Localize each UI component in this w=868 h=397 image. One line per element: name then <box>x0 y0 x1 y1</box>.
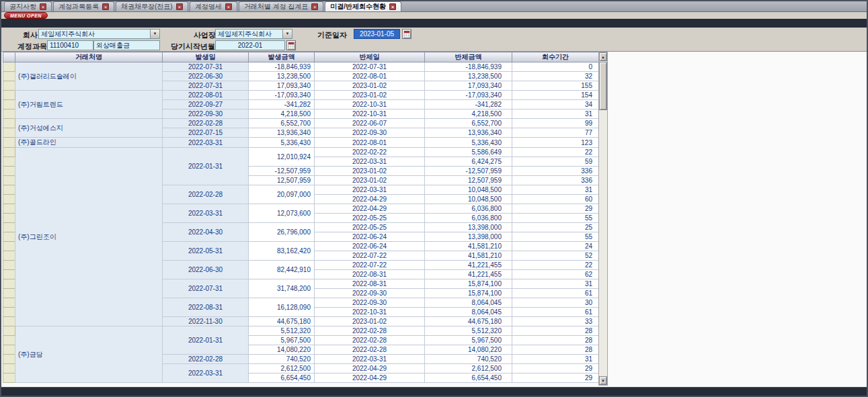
account-code-input[interactable]: 11100410 <box>47 40 93 50</box>
cell-settle-date[interactable]: 2022-08-01 <box>315 138 425 148</box>
cell-customer[interactable]: (주)갤러리드슬레이 <box>15 62 163 91</box>
cell-issue-amount[interactable]: -12,507,959 <box>249 167 315 176</box>
cell-settle-date[interactable]: 2022-10-31 <box>315 100 425 109</box>
cell-settle-amount[interactable]: 41,581,210 <box>425 251 512 261</box>
cell-issue-date[interactable]: 2022-06-30 <box>163 72 249 81</box>
cell-issue-date[interactable]: 2022-04-30 <box>163 223 249 242</box>
cell-issue-amount[interactable]: 13,936,340 <box>249 128 315 138</box>
row-selector[interactable] <box>3 100 15 109</box>
cell-settle-date[interactable]: 2022-02-28 <box>315 336 425 345</box>
cell-issue-amount[interactable]: 5,336,430 <box>249 138 315 148</box>
cell-settle-date[interactable]: 2023-01-02 <box>315 167 425 176</box>
cell-collection-period[interactable]: 154 <box>512 91 599 100</box>
cell-collection-period[interactable]: 55 <box>512 232 599 242</box>
cell-customer[interactable]: (주)금담 <box>15 326 163 383</box>
cell-settle-amount[interactable]: 41,221,455 <box>425 270 512 279</box>
cell-issue-amount[interactable]: -341,282 <box>249 100 315 109</box>
row-selector[interactable] <box>3 223 15 232</box>
cell-collection-period[interactable]: 29 <box>512 204 599 214</box>
cell-issue-date[interactable]: 2022-03-31 <box>163 204 249 223</box>
row-selector[interactable] <box>3 204 15 214</box>
cell-collection-period[interactable]: 0 <box>512 62 599 72</box>
cell-collection-period[interactable]: 28 <box>512 326 599 336</box>
cell-settle-date[interactable]: 2022-06-07 <box>315 119 425 128</box>
cell-issue-amount[interactable]: 6,654,450 <box>249 373 315 383</box>
cell-settle-date[interactable]: 2022-09-30 <box>315 298 425 308</box>
cell-collection-period[interactable]: 59 <box>512 157 599 167</box>
row-selector[interactable] <box>3 148 15 157</box>
cell-settle-date[interactable]: 2022-08-31 <box>315 279 425 289</box>
tab-계정과목등록[interactable]: 계정과목등록× <box>53 1 114 11</box>
cell-customer[interactable]: (주)골드라인 <box>15 138 163 148</box>
cell-issue-amount[interactable]: 2,612,500 <box>249 364 315 373</box>
cell-customer[interactable]: (주)거림트렌드 <box>15 91 163 119</box>
row-selector[interactable] <box>3 308 15 317</box>
cell-settle-date[interactable]: 2023-01-02 <box>315 176 425 185</box>
row-selector[interactable] <box>3 289 15 298</box>
cell-settle-date[interactable]: 2022-03-31 <box>315 355 425 364</box>
cell-issue-date[interactable]: 2022-02-28 <box>163 185 249 204</box>
cell-settle-amount[interactable]: 6,036,800 <box>425 204 512 214</box>
cell-settle-amount[interactable]: 17,093,340 <box>425 81 512 91</box>
cell-settle-amount[interactable]: 14,080,220 <box>425 345 512 355</box>
cell-settle-date[interactable]: 2022-02-28 <box>315 345 425 355</box>
row-selector[interactable] <box>3 261 15 270</box>
cell-settle-date[interactable]: 2022-08-01 <box>315 72 425 81</box>
cell-customer[interactable]: (주)그린조이 <box>15 148 163 326</box>
account-name-field[interactable]: 외상매출금 <box>93 40 160 50</box>
cell-settle-amount[interactable]: -17,093,340 <box>425 91 512 100</box>
row-selector[interactable] <box>3 373 15 383</box>
column-header[interactable]: 발생금액 <box>249 52 315 62</box>
cell-settle-amount[interactable]: -12,507,959 <box>425 167 512 176</box>
cell-issue-amount[interactable]: 31,748,200 <box>249 279 315 298</box>
cell-issue-amount[interactable]: 740,520 <box>249 355 315 364</box>
cell-settle-amount[interactable]: 4,218,500 <box>425 109 512 119</box>
calendar-icon[interactable] <box>286 40 296 50</box>
cell-settle-amount[interactable]: 740,520 <box>425 355 512 364</box>
cell-settle-amount[interactable]: 5,512,320 <box>425 326 512 336</box>
cell-collection-period[interactable]: 123 <box>512 138 599 148</box>
cell-collection-period[interactable]: 77 <box>512 128 599 138</box>
row-selector[interactable] <box>3 251 15 261</box>
cell-settle-date[interactable]: 2022-07-22 <box>315 261 425 270</box>
cell-settle-date[interactable]: 2022-10-31 <box>315 109 425 119</box>
cell-settle-amount[interactable]: 41,581,210 <box>425 242 512 251</box>
row-selector[interactable] <box>3 270 15 279</box>
row-selector[interactable] <box>3 81 15 91</box>
cell-issue-date[interactable]: 2022-06-30 <box>163 261 249 279</box>
row-selector[interactable] <box>3 345 15 355</box>
cell-collection-period[interactable]: 34 <box>512 100 599 109</box>
row-selector[interactable] <box>3 242 15 251</box>
cell-settle-amount[interactable]: 10,048,500 <box>425 195 512 204</box>
cell-issue-date[interactable]: 2022-08-31 <box>163 298 249 317</box>
cell-issue-amount[interactable]: 14,080,220 <box>249 345 315 355</box>
cell-settle-amount[interactable]: 13,398,000 <box>425 223 512 232</box>
cell-settle-amount[interactable]: 8,064,045 <box>425 308 512 317</box>
cell-settle-date[interactable]: 2023-01-02 <box>315 317 425 326</box>
cell-issue-amount[interactable]: -17,093,340 <box>249 91 315 100</box>
cell-issue-date[interactable]: 2022-02-28 <box>163 355 249 364</box>
row-selector[interactable] <box>3 317 15 326</box>
cell-settle-amount[interactable]: 8,064,045 <box>425 298 512 308</box>
cell-issue-amount[interactable]: 82,442,910 <box>249 261 315 279</box>
cell-issue-amount[interactable]: 12,507,959 <box>249 176 315 185</box>
cell-issue-amount[interactable]: 83,162,420 <box>249 242 315 261</box>
cell-settle-date[interactable]: 2022-05-25 <box>315 214 425 223</box>
cell-issue-amount[interactable]: 26,796,000 <box>249 223 315 242</box>
cell-settle-date[interactable]: 2023-01-02 <box>315 91 425 100</box>
vertical-scrollbar[interactable]: ▲ ▼ <box>598 52 608 386</box>
tab-close-icon[interactable]: × <box>176 3 183 10</box>
cell-settle-amount[interactable]: 13,238,500 <box>425 72 512 81</box>
menu-open-button[interactable]: MENU OPEN <box>4 12 48 19</box>
cell-issue-amount[interactable]: 12,010,924 <box>249 148 315 167</box>
cell-collection-period[interactable]: 29 <box>512 373 599 383</box>
cell-settle-amount[interactable]: 44,675,180 <box>425 317 512 326</box>
column-header[interactable]: 반제금액 <box>425 52 512 62</box>
row-selector[interactable] <box>3 355 15 364</box>
cell-collection-period[interactable]: 28 <box>512 336 599 345</box>
cell-issue-date[interactable]: 2022-05-31 <box>163 242 249 261</box>
row-selector[interactable] <box>3 72 15 81</box>
tab-close-icon[interactable]: × <box>225 3 232 10</box>
cell-issue-date[interactable]: 2022-08-01 <box>163 91 249 100</box>
cell-issue-date[interactable]: 2022-07-31 <box>163 81 249 91</box>
